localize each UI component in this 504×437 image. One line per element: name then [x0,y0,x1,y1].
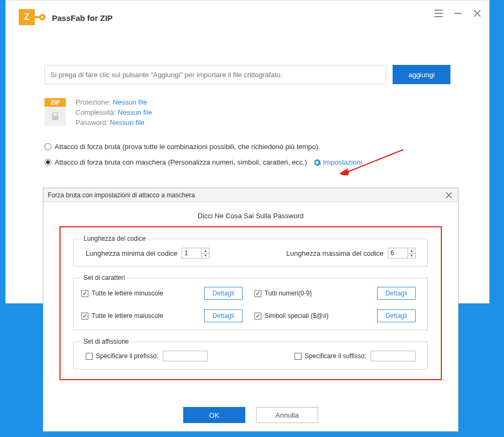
radio-mask[interactable] [44,159,51,166]
password-label: Password: [76,118,108,127]
dialog-title: Forza bruta con impostazioni di attacco … [48,191,195,199]
min-length-input[interactable]: 1 [182,248,202,258]
complexity-value[interactable]: Nessun file [118,108,152,116]
file-path-placeholder: Si prega di fare clic sul pulsante "Aggi… [50,71,282,79]
max-length-label: Lunghezza massima del codice [287,249,383,257]
suffix-label: Specificare il suffisso: [305,352,366,360]
add-button[interactable]: aggiungi [393,65,450,84]
lowercase-label: Tutte le lettere minuscole [92,290,163,297]
ok-button[interactable]: OK [183,407,245,423]
brute-force-label: Attacco di forza bruta (prova tutte le c… [55,143,320,151]
symbols-label: Simboli speciali ($@#) [265,312,329,320]
zip-label: ZIP [44,98,66,107]
cancel-button[interactable]: Annulla [256,407,318,423]
protection-label: Protezione: [76,98,111,106]
radio-brute-force[interactable] [44,143,51,150]
affix-fieldset: Set di affissione Specificare il prefiss… [73,338,428,369]
checkbox-suffix[interactable] [295,353,302,360]
app-title: PassFab for ZIP [52,13,112,23]
details-uppercase-button[interactable]: Dettagli [204,309,243,322]
svg-marker-2 [340,167,348,174]
complexity-label: Complessità: [76,108,116,116]
dialog-subtitle: Dicci Ne Cosa Sai Sulla Password [59,212,442,220]
dialog-header: Forza bruta con impostazioni di attacco … [43,188,458,202]
charset-legend: Set di caratteri [81,274,127,282]
min-length-spinner[interactable]: ▲▼ [202,248,209,258]
details-numbers-button[interactable]: Dettagli [377,287,416,300]
file-path-input[interactable]: Si prega di fare clic sul pulsante "Aggi… [44,65,386,84]
settings-link[interactable]: Impostazioni [313,158,362,166]
minimize-icon[interactable] [453,8,463,19]
length-legend: Lunghezza del codice [81,235,148,242]
close-icon[interactable] [472,8,483,19]
suffix-input[interactable] [371,351,416,361]
charset-fieldset: Set di caratteri Tutte le lettere minusc… [73,274,428,330]
dialog-close-icon[interactable] [444,190,454,200]
password-value[interactable]: Nessun file [110,118,144,127]
prefix-label: Specificare il prefisso: [96,352,159,360]
length-fieldset: Lunghezza del codice Lunghezza minima de… [73,235,428,266]
checkbox-symbols[interactable] [254,313,261,320]
uppercase-label: Tutte le lettere maiuscole [92,312,163,320]
svg-marker-3 [340,170,350,175]
mask-label: Attacco di forza bruta con maschera (Per… [55,158,307,166]
menu-icon[interactable] [433,8,444,19]
checkbox-numbers[interactable] [254,290,261,297]
titlebar: Z PassFab for ZIP [6,1,489,26]
max-length-input[interactable]: 6 [388,248,408,258]
svg-rect-0 [52,116,58,120]
prefix-input[interactable] [163,351,208,361]
highlighted-settings-area: Lunghezza del codice Lunghezza minima de… [59,226,442,380]
protection-value[interactable]: Nessun file [112,98,147,106]
mask-settings-dialog: Forza bruta con impostazioni di attacco … [43,188,458,432]
details-symbols-button[interactable]: Dettagli [377,309,416,322]
lock-icon [44,107,66,126]
checkbox-lowercase[interactable] [81,290,88,297]
details-lowercase-button[interactable]: Dettagli [204,287,243,300]
app-logo-icon: Z [19,8,48,27]
checkbox-uppercase[interactable] [81,313,88,320]
file-type-badge: ZIP [44,98,66,126]
max-length-spinner[interactable]: ▲▼ [408,248,416,258]
affix-legend: Set di affissione [81,338,131,345]
gear-icon [313,159,321,166]
numbers-label: Tutti numeri(0-9) [265,290,312,297]
checkbox-prefix[interactable] [86,353,93,360]
min-length-label: Lunghezza minima del codice [86,249,177,257]
